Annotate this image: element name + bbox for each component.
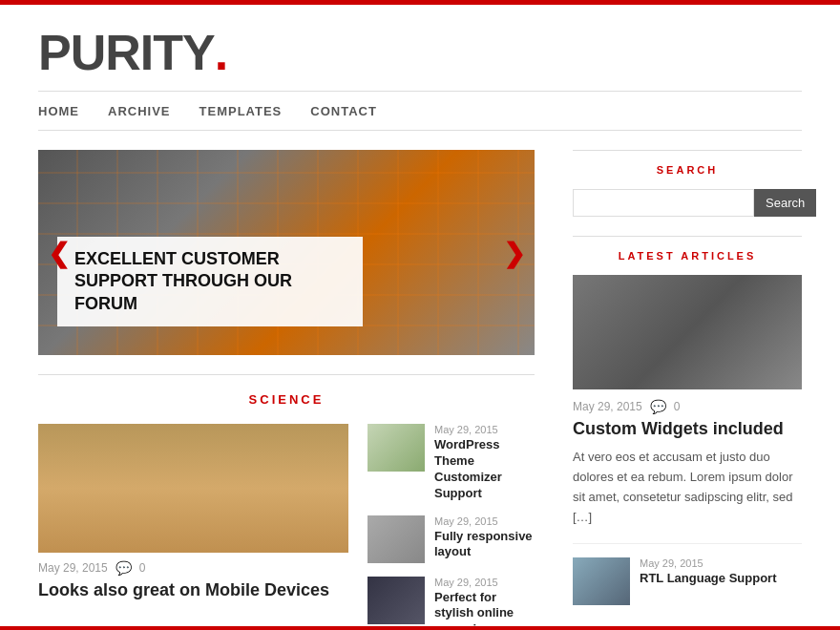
nav-contact[interactable]: CONTACT [310,104,377,118]
sidebar-small-img-bg [573,557,630,605]
comment-bubble-icon: 💬 [116,560,132,576]
featured-article-meta: May 29, 2015 💬 0 [38,560,348,576]
hero-slider: EXCELLENT CUSTOMER SUPPORT THROUGH OUR F… [38,150,535,355]
list-item: May 29, 2015 Perfect for stylish online … [368,577,535,630]
sidebar-small-article-content: May 29, 2015 RTL Language Support [640,557,802,587]
list-article-title-1[interactable]: Fully responsive layout [434,529,535,561]
nav-home[interactable]: HOME [38,104,79,118]
list-article-date-2: May 29, 2015 [434,577,535,588]
sidebar-img-background [573,275,802,389]
sidebar-small-article: May 29, 2015 RTL Language Support [573,543,802,605]
list-article-title-0[interactable]: WordPress Theme Customizer Support [434,437,535,502]
nav-templates[interactable]: TEMPLATES [200,104,283,118]
sidebar-comment-icon: 💬 [650,399,666,414]
bottom-red-bar [0,626,840,630]
hero-caption: EXCELLENT CUSTOMER SUPPORT THROUGH OUR F… [57,237,363,326]
list-article-date-0: May 29, 2015 [434,424,535,435]
list-item: May 29, 2015 WordPress Theme Customizer … [368,424,535,502]
list-article-content-2: May 29, 2015 Perfect for stylish online … [434,577,535,630]
hero-caption-text: EXCELLENT CUSTOMER SUPPORT THROUGH OUR F… [74,248,346,315]
nav-archive[interactable]: ARCHIVE [108,104,171,118]
main-nav: HOME ARCHIVE TEMPLATES CONTACT [38,91,802,131]
list-item: May 29, 2015 Fully responsive layout [368,515,535,563]
articles-list: May 29, 2015 WordPress Theme Customizer … [368,424,535,630]
sidebar-main-article-image [573,275,802,389]
slider-next-button[interactable]: ❯ [503,237,525,268]
site-title-dot: . [215,25,228,80]
content-wrapper: EXCELLENT CUSTOMER SUPPORT THROUGH OUR F… [38,131,802,630]
featured-img-background [38,424,348,553]
list-article-date-1: May 29, 2015 [434,515,535,527]
sidebar-small-article-image [573,557,630,605]
site-title: PURITY [38,25,215,80]
site-header: PURITY. [38,5,802,91]
featured-article-title[interactable]: Looks also great on Mobile Devices [38,579,348,601]
sidebar: SEARCH Search LATEST ARTICLES May 29, 20… [573,150,802,630]
list-article-image-0 [368,424,425,472]
list-article-image-2 [368,577,425,624]
hero-slide: EXCELLENT CUSTOMER SUPPORT THROUGH OUR F… [38,150,535,355]
list-img-bg-1 [368,515,425,563]
list-article-image-1 [368,515,425,563]
main-content: EXCELLENT CUSTOMER SUPPORT THROUGH OUR F… [38,150,535,630]
featured-article-date: May 29, 2015 [38,561,108,575]
search-button[interactable]: Search [754,189,816,217]
section-title: SCIENCE [38,374,535,407]
search-section-title: SEARCH [573,150,802,176]
latest-articles-title: LATEST ARTICLES [573,236,802,262]
sidebar-main-article-excerpt: At vero eos et accusam et justo duo dolo… [573,448,802,527]
slider-prev-button[interactable]: ❮ [48,237,70,268]
articles-grid: May 29, 2015 💬 0 Looks also great on Mob… [38,424,535,630]
list-article-content-1: May 29, 2015 Fully responsive layout [434,515,535,561]
sidebar-comment-count: 0 [674,400,681,413]
featured-article-image [38,424,348,553]
sidebar-small-article-title[interactable]: RTL Language Support [640,571,802,587]
sidebar-main-article-date: May 29, 2015 [573,400,642,413]
sidebar-main-article-title[interactable]: Custom Widgets included [573,418,802,440]
list-img-bg-2 [368,577,425,624]
search-form: Search [573,189,802,217]
list-img-bg-0 [368,424,425,472]
list-article-title-2[interactable]: Perfect for stylish online magazines [434,590,535,630]
sidebar-small-article-date: May 29, 2015 [640,557,802,569]
featured-article: May 29, 2015 💬 0 Looks also great on Mob… [38,424,348,630]
search-input[interactable] [573,189,754,217]
list-article-content-0: May 29, 2015 WordPress Theme Customizer … [434,424,535,502]
featured-comment-count: 0 [139,561,146,575]
sidebar-main-article-meta: May 29, 2015 💬 0 [573,399,802,414]
